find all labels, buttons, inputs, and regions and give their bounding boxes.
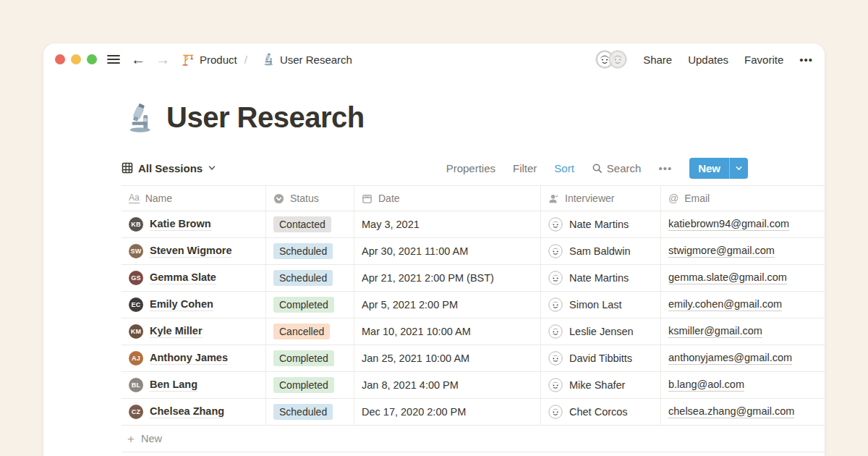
interviewer-cell[interactable]: David Tibbitts <box>541 345 661 371</box>
text-property-icon: Aa <box>129 193 140 203</box>
collaborator-avatars[interactable] <box>595 50 627 69</box>
email-link[interactable]: emily.cohen@gmail.com <box>668 298 782 311</box>
name-cell[interactable]: ECEmily Cohen <box>122 292 266 318</box>
status-cell[interactable]: Scheduled <box>266 399 354 425</box>
status-badge: Completed <box>273 350 334 366</box>
avatar: GS <box>129 271 143 285</box>
column-header-status[interactable]: Status <box>266 186 354 211</box>
date-cell[interactable]: May 3, 2021 <box>354 211 541 237</box>
avatar <box>548 351 563 366</box>
name-cell[interactable]: GSGemma Slate <box>122 265 266 291</box>
table-row: ECEmily Cohen Completed Apr 5, 2021 2:00… <box>122 292 825 318</box>
date-cell[interactable]: Jan 8, 2021 4:00 PM <box>354 372 541 398</box>
email-cell[interactable]: gemma.slate@gmail.com <box>661 265 825 291</box>
back-arrow-icon[interactable]: ← <box>131 52 145 67</box>
status-cell[interactable]: Cancelled <box>266 318 354 345</box>
share-button[interactable]: Share <box>643 54 672 66</box>
interviewer-cell[interactable]: Sam Baldwin <box>541 238 661 264</box>
interviewer-cell[interactable]: Mike Shafer <box>541 372 661 398</box>
search-icon <box>592 163 603 174</box>
maximize-window-button[interactable] <box>87 54 97 64</box>
email-link[interactable]: stwigmore@gmail.com <box>668 245 775 258</box>
table-row: GSGemma Slate Scheduled Apr 21, 2021 2:0… <box>122 265 825 292</box>
status-cell[interactable]: Completed <box>266 345 354 371</box>
email-cell[interactable]: stwigmore@gmail.com <box>661 238 825 264</box>
new-entry-button[interactable]: New <box>689 158 729 179</box>
breadcrumb-product[interactable]: Product <box>182 53 237 66</box>
forward-arrow-icon[interactable]: → <box>156 52 170 67</box>
name-cell[interactable]: SWSteven Wigmore <box>122 238 266 264</box>
name-cell[interactable]: CZChelsea Zhang <box>122 399 266 425</box>
email-link[interactable]: b.lang@aol.com <box>668 379 744 392</box>
date-cell[interactable]: Dec 17, 2020 2:00 PM <box>354 399 541 425</box>
status-cell[interactable]: Completed <box>266 292 354 318</box>
date-cell[interactable]: Mar 10, 2021 10:00 AM <box>354 318 541 345</box>
interviewer-cell[interactable]: Chet Corcos <box>541 399 661 425</box>
name-cell[interactable]: AJAnthony James <box>122 345 266 371</box>
favorite-button[interactable]: Favorite <box>744 54 783 66</box>
email-link[interactable]: chelsea.zhang@gmail.com <box>668 405 794 418</box>
minimize-window-button[interactable] <box>71 54 81 64</box>
top-bar-actions: Share Updates Favorite ••• <box>595 50 813 69</box>
sort-button[interactable]: Sort <box>554 162 574 174</box>
email-cell[interactable]: katiebrown94@gmail.com <box>661 211 825 237</box>
email-cell[interactable]: emily.cohen@gmail.com <box>661 292 825 318</box>
filter-button[interactable]: Filter <box>513 162 537 174</box>
search-label: Search <box>607 162 642 174</box>
status-cell[interactable]: Completed <box>266 372 354 398</box>
avatar <box>548 324 563 339</box>
name-cell[interactable]: BLBen Lang <box>122 372 266 398</box>
properties-button[interactable]: Properties <box>446 162 495 174</box>
status-cell[interactable]: Contacted <box>266 211 354 237</box>
interviewer-cell[interactable]: Nate Martins <box>541 265 661 291</box>
plus-icon: + <box>127 433 135 445</box>
sessions-table: Aa Name Status Date Interviewer @ Email <box>122 185 825 452</box>
column-header-interviewer[interactable]: Interviewer <box>541 186 661 211</box>
date-cell[interactable]: Apr 21, 2021 2:00 PM (BST) <box>354 265 541 291</box>
table-row: SWSteven Wigmore Scheduled Apr 30, 2021 … <box>122 238 825 265</box>
interviewer-cell[interactable]: Leslie Jensen <box>541 318 661 345</box>
column-header-date[interactable]: Date <box>354 186 541 211</box>
interviewer-cell[interactable]: Nate Martins <box>541 211 661 237</box>
toolbar-more-icon[interactable]: ••• <box>658 162 672 174</box>
status-badge: Scheduled <box>273 270 333 286</box>
column-header-email[interactable]: @ Email <box>661 186 825 211</box>
app-window: ← → Product / User Research Share Update… <box>43 43 825 456</box>
email-cell[interactable]: chelsea.zhang@gmail.com <box>661 399 825 425</box>
avatar <box>548 217 563 232</box>
close-window-button[interactable] <box>55 54 65 64</box>
database-toolbar: All Sessions Properties Filter Sort Sear… <box>122 154 748 182</box>
interviewer-cell[interactable]: Simon Last <box>541 292 661 318</box>
status-badge: Completed <box>273 297 334 313</box>
table-row: CZChelsea Zhang Scheduled Dec 17, 2020 2… <box>122 399 825 426</box>
page-title[interactable]: User Research <box>166 101 365 134</box>
add-row-button[interactable]: + New <box>122 426 825 452</box>
search-button[interactable]: Search <box>592 162 642 174</box>
date-cell[interactable]: Apr 30, 2021 11:00 AM <box>354 238 541 264</box>
microscope-page-icon[interactable] <box>124 103 155 133</box>
email-cell[interactable]: anthonyjames@gmail.com <box>661 345 825 371</box>
email-cell[interactable]: ksmiller@gmail.com <box>661 318 825 345</box>
date-cell[interactable]: Apr 5, 2021 2:00 PM <box>354 292 541 318</box>
email-link[interactable]: ksmiller@gmail.com <box>668 325 762 338</box>
window-controls <box>55 54 97 64</box>
email-link[interactable]: anthonyjames@gmail.com <box>668 352 792 365</box>
email-link[interactable]: katiebrown94@gmail.com <box>668 218 789 231</box>
name-cell[interactable]: KBKatie Brown <box>122 211 266 237</box>
email-link[interactable]: gemma.slate@gmail.com <box>668 271 787 284</box>
status-cell[interactable]: Scheduled <box>266 238 354 264</box>
more-options-icon[interactable]: ••• <box>799 54 813 66</box>
email-cell[interactable]: b.lang@aol.com <box>661 372 825 398</box>
name-cell[interactable]: KMKyle Miller <box>122 318 266 345</box>
view-name: All Sessions <box>138 162 203 174</box>
updates-button[interactable]: Updates <box>688 54 728 66</box>
breadcrumb-page[interactable]: User Research <box>262 53 352 66</box>
date-cell[interactable]: Jan 25, 2021 10:00 AM <box>354 345 541 371</box>
new-entry-dropdown-button[interactable] <box>729 158 748 179</box>
column-header-name[interactable]: Aa Name <box>122 186 266 211</box>
view-selector[interactable]: All Sessions <box>122 162 216 174</box>
table-row: AJAnthony James Completed Jan 25, 2021 1… <box>122 345 825 372</box>
status-badge: Cancelled <box>273 324 330 339</box>
sidebar-menu-icon[interactable] <box>106 52 121 67</box>
status-cell[interactable]: Scheduled <box>266 265 354 291</box>
